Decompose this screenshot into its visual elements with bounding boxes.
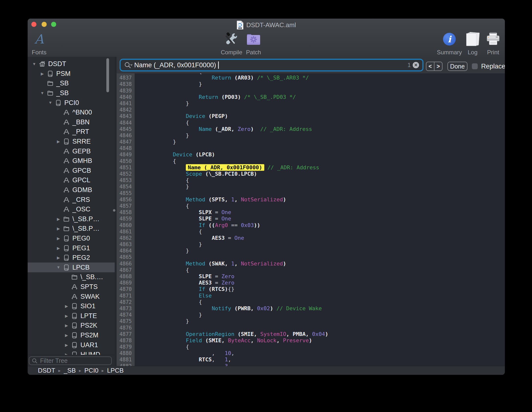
line-number: 4859 [117,216,135,222]
code-line: If (RTCS){} [147,286,505,292]
tree-item-prt[interactable]: _PRT [28,127,115,137]
tree-item-dsdt[interactable]: ▼DSDT [28,59,115,69]
device-icon [70,342,79,349]
device-icon [54,99,63,106]
tree-item-label: LPCB [72,264,90,271]
tree-item-spts[interactable]: SPTS [28,282,115,292]
breadcrumb-item-lpcb[interactable]: LPCB [107,367,124,374]
breadcrumb-separator-icon: ▸ [79,368,81,373]
patch-button[interactable]: Patch [234,31,273,56]
tree-item-crs[interactable]: _CRS [28,195,115,205]
tree-item-sb[interactable]: _SB [28,79,115,88]
splitter-handle-icon[interactable] [113,209,115,212]
disclosure-right-icon[interactable]: ▶ [63,352,70,355]
tree-item-humd[interactable]: ▶HUMD [28,350,115,355]
tree-item-swak[interactable]: SWAK [28,292,115,301]
code-editor[interactable]: { Return (AR03) /* \_SB_.AR03 */ } Retur… [135,73,505,366]
tree-item-peg1[interactable]: ▶PEG1 [28,243,115,253]
disclosure-right-icon[interactable]: ▶ [63,323,70,328]
code-line: Notify (PWRB, 0x02) // Device Wake [147,305,505,312]
tree-item-label: PS2M [80,332,99,339]
tree-item-sb[interactable]: \_SB.… [28,272,115,282]
disclosure-right-icon[interactable]: ▶ [39,71,45,76]
tree-item-gpcl[interactable]: GPCL [28,175,115,185]
replace-checkbox[interactable] [472,63,478,69]
line-number: 4871 [117,293,135,299]
breadcrumb-separator-icon: ▸ [102,368,104,373]
tree-item-srre[interactable]: ▶SRRE [28,137,115,147]
tree-item-uar1[interactable]: ▶UAR1 [28,340,115,350]
device-icon [70,351,79,355]
tree-item-label: SIO1 [80,302,96,310]
search-match-highlight: Name (_ADR, 0x001F0000) [186,164,264,171]
tree-item-gpcb[interactable]: GPCB [28,166,115,176]
code-line: AES3 = One [147,235,505,241]
search-query: Name (_ADR, 0x001F0000) [134,61,216,69]
filter-tree-input[interactable]: Filter Tree [29,356,112,365]
tree-item-sb[interactable]: ▼_SB [28,88,115,98]
disclosure-right-icon[interactable]: ▶ [63,343,70,347]
code-line: } [147,248,505,254]
tree-item-bn00[interactable]: ^BN00 [28,108,115,117]
disclosure-right-icon[interactable]: ▶ [55,217,62,221]
disclosure-right-icon[interactable]: ▶ [55,236,62,241]
print-button[interactable]: Print [474,31,505,56]
line-number: 4873 [117,305,135,312]
tree-item-sbp[interactable]: ▶\_SB.P… [28,224,115,234]
disclosure-down-icon[interactable]: ▼ [55,265,62,270]
fonts-button[interactable]: A Fonts [28,31,59,56]
tree-item-bbn[interactable]: _BBN [28,117,115,127]
tree-item-lpte[interactable]: ▶LPTE [28,311,115,321]
breadcrumb-item-pci0[interactable]: PCI0 [84,367,99,374]
disclosure-right-icon[interactable]: ▶ [55,226,62,231]
code-line: Return (AR03) /* \_SB_.AR03 */ [147,75,505,81]
disclosure-right-icon[interactable]: ▶ [63,314,70,318]
line-number: 4855 [117,190,135,196]
disclosure-right-icon[interactable]: ▶ [63,304,70,309]
tree-item-peg0[interactable]: ▶PEG0 [28,234,115,243]
disclosure-down-icon[interactable]: ▼ [39,91,45,95]
folder-icon [62,225,71,232]
tree-item-label: \_SB.P… [72,225,100,232]
tree-item-lpcb[interactable]: ▼LPCB [28,263,115,272]
disclosure-right-icon[interactable]: ▶ [55,255,62,260]
tree-item-ps2k[interactable]: ▶PS2K [28,321,115,331]
tree-item-label: DSDT [48,60,66,68]
sidebar-scrollbar[interactable] [106,58,109,92]
tree-item-osc[interactable]: _OSC [28,205,115,214]
done-button[interactable]: Done [447,62,467,71]
device-icon [62,235,71,242]
line-number: 4865 [117,254,135,260]
code-line: Method (SPTS, 1, NotSerialized) [147,196,505,203]
disclosure-down-icon[interactable]: ▼ [31,62,37,66]
line-number: 4863 [117,241,135,248]
find-next-button[interactable]: > [434,62,442,70]
breadcrumb-item-sb[interactable]: _SB [64,367,76,374]
tree-item-label: HUMD [80,351,100,355]
tree-item-label: PEG0 [72,235,90,242]
clear-search-icon[interactable]: ✕ [413,62,419,68]
tree-item-gdmb[interactable]: GDMB [28,185,115,195]
split-divider[interactable] [115,57,117,366]
code-lines: { Return (AR03) /* \_SB_.AR03 */ } Retur… [135,73,505,366]
disclosure-right-icon[interactable]: ▶ [63,333,70,338]
code-line: { [147,229,505,235]
tree-item-psm[interactable]: ▶PSM [28,69,115,79]
disclosure-right-icon[interactable]: ▶ [55,139,62,144]
tree-item-sio1[interactable]: ▶SIO1 [28,301,115,311]
breadcrumb-item-dsdt[interactable]: DSDT [38,367,55,374]
disclosure-down-icon[interactable]: ▼ [47,101,54,105]
line-number: 4853 [117,177,135,183]
tree-item-ps2m[interactable]: ▶PS2M [28,331,115,340]
find-previous-button[interactable]: < [426,62,434,70]
tree-item-gepb[interactable]: GEPB [28,146,115,156]
disclosure-right-icon[interactable]: ▶ [55,246,62,251]
tree-item-gmhb[interactable]: GMHB [28,156,115,166]
code-line: Device (PEGP) [147,113,505,119]
tree-item-sbp[interactable]: ▶\_SB.P… [28,214,115,224]
code-line: { [147,299,505,305]
code-line: } [147,312,505,318]
tree-item-peg2[interactable]: ▶PEG2 [28,253,115,263]
search-input[interactable]: Name (_ADR, 0x001F0000) 1 ✕ [121,60,422,70]
tree-item-pci0[interactable]: ▼PCI0 [28,98,115,108]
